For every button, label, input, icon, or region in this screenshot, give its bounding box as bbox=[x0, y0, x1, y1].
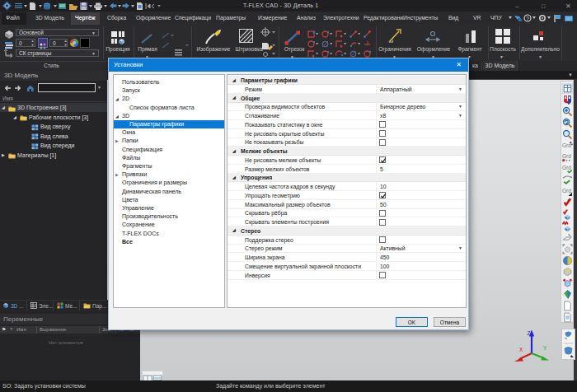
svg-text:?: ? bbox=[526, 16, 529, 21]
svg-text:Grd: Grd bbox=[562, 165, 571, 170]
svg-text:Y: Y bbox=[543, 345, 547, 351]
svg-text:X: X bbox=[519, 347, 523, 352]
svg-text:Grd: Grd bbox=[562, 188, 571, 194]
svg-text:Grd: Grd bbox=[562, 153, 571, 159]
svg-text:Z: Z bbox=[528, 330, 531, 336]
